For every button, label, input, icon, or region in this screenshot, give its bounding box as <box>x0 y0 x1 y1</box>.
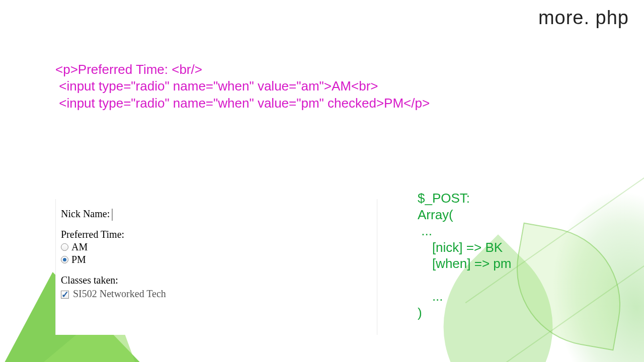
radio-pm-row[interactable]: PM <box>61 254 372 265</box>
fade-overlay <box>56 322 377 335</box>
class-row[interactable]: SI502 Networked Tech <box>61 288 372 300</box>
radio-pm-label: PM <box>71 254 86 265</box>
preferred-time-options: AM PM <box>61 241 372 265</box>
preferred-time-label: Preferred Time: <box>61 229 372 240</box>
class-row-text: SI502 Networked Tech <box>73 288 166 299</box>
classes-taken-label: Classes taken: <box>61 275 372 286</box>
post-line: Array( <box>418 207 453 222</box>
post-line: [nick] => BK <box>418 240 503 255</box>
decor-line <box>491 229 644 362</box>
post-line: ) <box>418 305 422 320</box>
post-line: ... <box>418 289 443 304</box>
nick-name-input[interactable] <box>112 209 113 221</box>
decor-leaf-outline <box>505 223 633 351</box>
radio-am-label: AM <box>71 241 88 253</box>
form-preview: Nick Name: Preferred Time: AM PM Classes… <box>55 199 377 335</box>
radio-checked-icon <box>61 256 68 263</box>
checkbox-checked-icon <box>61 291 69 299</box>
code-snippet: <p>Preferred Time: <br/> <input type="ra… <box>55 61 430 112</box>
post-line: $_POST: <box>418 191 470 206</box>
code-line: <input type="radio" name="when" value="p… <box>55 96 430 111</box>
code-line: <input type="radio" name="when" value="a… <box>55 78 378 94</box>
slide-title: more. php <box>538 7 629 29</box>
nick-name-row: Nick Name: <box>61 208 372 221</box>
post-output: $_POST: Array( ... [nick] => BK [when] =… <box>418 190 511 321</box>
radio-am-row[interactable]: AM <box>61 241 372 253</box>
code-line: <p>Preferred Time: <br/> <box>55 62 202 77</box>
post-line: ... <box>418 223 432 238</box>
nick-name-label: Nick Name: <box>61 208 110 220</box>
radio-icon <box>61 243 68 251</box>
post-line: [when] => pm <box>418 256 511 271</box>
